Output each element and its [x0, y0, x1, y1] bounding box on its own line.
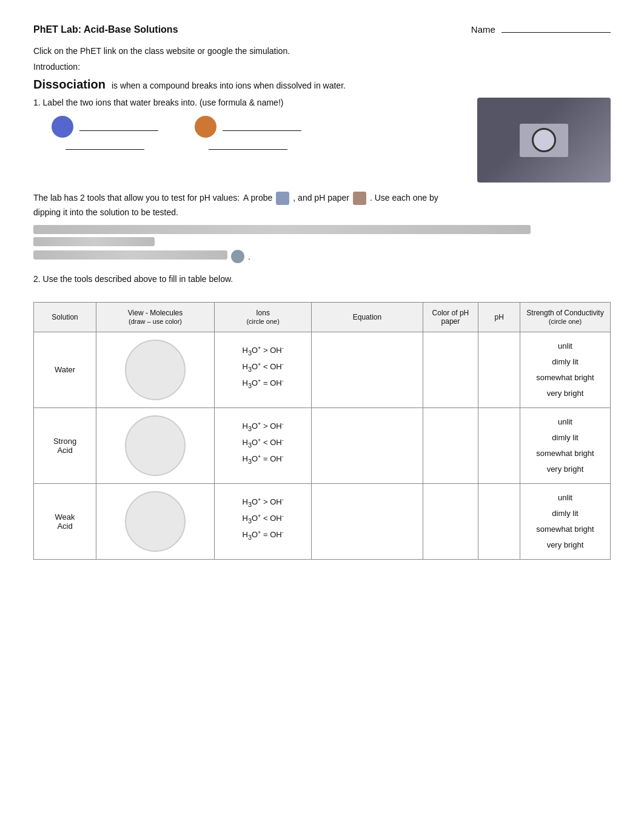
name-field: Name: [471, 24, 611, 35]
strength-option-1-3[interactable]: very bright: [525, 461, 605, 477]
table-row: WeakAcidH3O+ > OH-H3O+ < OH-H3O+ = OH-un…: [34, 483, 611, 559]
name-underline[interactable]: [501, 32, 611, 33]
ion-option-1-2[interactable]: H3O+ = OH-: [220, 454, 306, 465]
solution-cell-1: StrongAcid: [34, 407, 96, 483]
strength-cell-1: unlitdimly litsomewhat brightvery bright: [520, 407, 611, 483]
blurred-block-1: [33, 225, 611, 246]
ion-option-2-2[interactable]: H3O+ = OH-: [220, 529, 306, 541]
data-table: Solution View - Molecules (draw – use co…: [33, 302, 611, 560]
strength-option-2-2[interactable]: somewhat bright: [525, 521, 605, 537]
phet-image-circle: [532, 128, 556, 152]
strength-option-2-3[interactable]: very bright: [525, 537, 605, 553]
ion-item-2: [195, 116, 301, 150]
label-question: 1. Label the two ions that water breaks …: [33, 98, 453, 107]
col-equation: Equation: [312, 302, 423, 332]
ph-cell-1[interactable]: [478, 407, 520, 483]
ion-item-1: [52, 116, 158, 150]
page-title: PhET Lab: Acid-Base Solutions: [33, 24, 178, 35]
strength-option-2-0[interactable]: unlit: [525, 490, 605, 506]
instruction-2: 2. Use the tools described above to fill…: [33, 274, 611, 284]
color-cell-0[interactable]: [423, 332, 478, 407]
small-circle-swatch: [231, 250, 244, 263]
blurred-line-3: [33, 250, 227, 260]
solution-cell-0: Water: [34, 332, 96, 407]
strength-option-2-1[interactable]: dimly lit: [525, 506, 605, 521]
ph-cell-2[interactable]: [478, 483, 520, 559]
table-row: WaterH3O+ > OH-H3O+ < OH-H3O+ = OH-unlit…: [34, 332, 611, 407]
ion-option-1-1[interactable]: H3O+ < OH-: [220, 437, 306, 449]
blurred-line-1: [33, 225, 531, 234]
col-ph: pH: [478, 302, 520, 332]
header: PhET Lab: Acid-Base Solutions Name: [33, 24, 611, 35]
strength-option-1-2[interactable]: somewhat bright: [525, 446, 605, 461]
molecules-cell-1: [96, 407, 215, 483]
tools-section: The lab has 2 tools that allow you to te…: [33, 191, 611, 220]
col-solution: Solution: [34, 302, 96, 332]
strength-cell-0: unlitdimly litsomewhat brightvery bright: [520, 332, 611, 407]
tools-after: . Use each one by: [370, 191, 438, 206]
equation-cell-0[interactable]: [312, 332, 423, 407]
ion-circle-blue: [52, 116, 73, 138]
ion-circle-orange: [195, 116, 216, 138]
ions-cell-1: H3O+ > OH-H3O+ < OH-H3O+ = OH-: [214, 407, 311, 483]
strength-option-1-1[interactable]: dimly lit: [525, 430, 605, 446]
strength-option-0-0[interactable]: unlit: [525, 338, 605, 354]
ions-cell-2: H3O+ > OH-H3O+ < OH-H3O+ = OH-: [214, 483, 311, 559]
molecule-circle-0: [125, 340, 186, 400]
tools-continue: dipping it into the solution to be teste…: [33, 206, 611, 220]
tools-text-before: The lab has 2 tools that allow you to te…: [33, 191, 240, 206]
dissociation-row: Dissociation is when a compound breaks i…: [33, 78, 611, 92]
blurred-block-2: .: [33, 250, 611, 263]
ion-2-name-field[interactable]: [209, 141, 287, 150]
probe-swatch: [276, 192, 289, 205]
strength-option-0-2[interactable]: somewhat bright: [525, 370, 605, 386]
strength-cell-2: unlitdimly litsomewhat brightvery bright: [520, 483, 611, 559]
col-strength: Strength of Conductivity (circle one): [520, 302, 611, 332]
tools-and: , and pH paper: [293, 191, 349, 206]
phet-image-box: [520, 124, 568, 157]
ion-1-name-field[interactable]: [65, 141, 144, 150]
tools-probe-label: A probe: [243, 191, 272, 206]
strength-option-0-1[interactable]: dimly lit: [525, 354, 605, 370]
strength-option-1-0[interactable]: unlit: [525, 414, 605, 430]
dissociation-word: Dissociation: [33, 78, 106, 92]
label-section: 1. Label the two ions that water breaks …: [33, 98, 611, 183]
col-color: Color of pH paper: [423, 302, 478, 332]
ion-2-formula-field[interactable]: [223, 122, 301, 131]
ion-option-2-0[interactable]: H3O+ > OH-: [220, 497, 306, 508]
blurred-line-2: [33, 237, 155, 246]
ion-option-1-0[interactable]: H3O+ > OH-: [220, 421, 306, 432]
table-header-row: Solution View - Molecules (draw – use co…: [34, 302, 611, 332]
ions-cell-0: H3O+ > OH-H3O+ < OH-H3O+ = OH-: [214, 332, 311, 407]
equation-cell-1[interactable]: [312, 407, 423, 483]
color-cell-1[interactable]: [423, 407, 478, 483]
molecule-circle-1: [125, 415, 186, 476]
ph-cell-0[interactable]: [478, 332, 520, 407]
col-molecules: View - Molecules (draw – use color): [96, 302, 215, 332]
dissociation-def: is when a compound breaks into ions when…: [112, 81, 346, 90]
phet-image: [477, 98, 611, 183]
molecules-cell-0: [96, 332, 215, 407]
ion-option-2-1[interactable]: H3O+ < OH-: [220, 513, 306, 525]
ions-row: [52, 116, 453, 150]
intro-label: Introduction:: [33, 62, 611, 72]
paper-swatch: [353, 192, 366, 205]
equation-cell-2[interactable]: [312, 483, 423, 559]
molecule-circle-2: [125, 491, 186, 552]
color-cell-2[interactable]: [423, 483, 478, 559]
ion-option-0-2[interactable]: H3O+ = OH-: [220, 378, 306, 389]
tools-text-row: The lab has 2 tools that allow you to te…: [33, 191, 611, 206]
ion-option-0-1[interactable]: H3O+ < OH-: [220, 361, 306, 373]
solution-cell-2: WeakAcid: [34, 483, 96, 559]
ion-1-formula-field[interactable]: [79, 122, 158, 131]
phet-image-inner: [477, 98, 611, 183]
click-instruction: Click on the PhET link on the class webs…: [33, 46, 611, 56]
ion-option-0-0[interactable]: H3O+ > OH-: [220, 345, 306, 357]
col-ions: Ions (circle one): [214, 302, 311, 332]
molecules-cell-2: [96, 483, 215, 559]
table-row: StrongAcidH3O+ > OH-H3O+ < OH-H3O+ = OH-…: [34, 407, 611, 483]
strength-option-0-3[interactable]: very bright: [525, 386, 605, 401]
